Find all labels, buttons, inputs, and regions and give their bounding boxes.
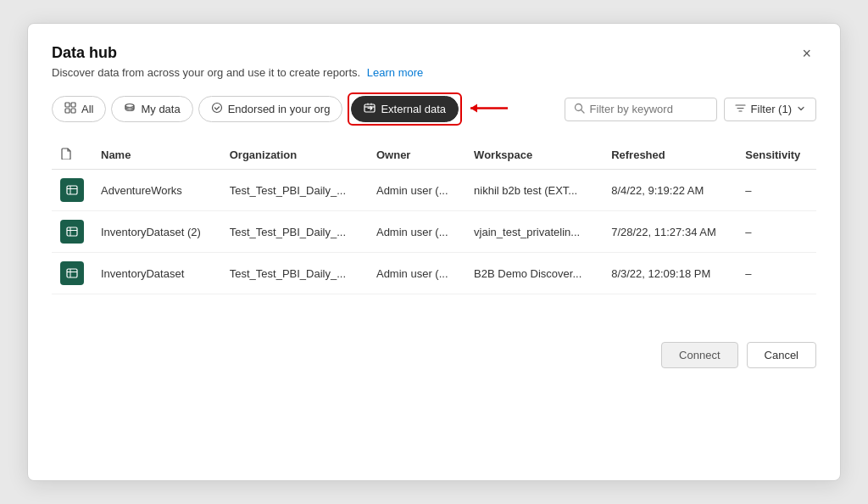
svg-rect-14 [67, 186, 77, 194]
toolbar: All My data [52, 92, 816, 126]
my-data-icon [124, 102, 136, 116]
row-organization: Test_Test_PBI_Daily_... [221, 211, 368, 253]
tab-my-data[interactable]: My data [111, 96, 192, 122]
row-icon-cell [52, 170, 92, 211]
search-box [565, 98, 717, 121]
row-organization: Test_Test_PBI_Daily_... [221, 170, 368, 211]
row-sensitivity: – [737, 170, 816, 211]
col-header-workspace: Workspace [465, 141, 603, 170]
dialog-title: Data hub [52, 44, 117, 62]
connect-button[interactable]: Connect [661, 342, 737, 368]
row-organization: Test_Test_PBI_Daily_... [221, 253, 368, 294]
svg-rect-17 [67, 227, 77, 236]
red-highlight-box: External data [348, 92, 462, 126]
close-button[interactable]: × [797, 44, 816, 63]
dataset-icon [60, 178, 84, 202]
svg-marker-8 [470, 104, 477, 112]
row-name: InventoryDataset (2) [92, 211, 221, 253]
row-name: InventoryDataset [92, 253, 221, 294]
row-workspace: nikhil b2b test (EXT... [465, 170, 603, 211]
tab-group: All My data [52, 92, 462, 126]
col-header-refreshed: Refreshed [603, 141, 737, 170]
col-header-name: Name [92, 141, 221, 170]
row-workspace: B2B Demo Discover... [465, 253, 603, 294]
search-input[interactable] [590, 103, 708, 115]
external-data-wrapper: External data [348, 92, 462, 126]
search-icon [574, 103, 585, 116]
data-hub-dialog: Data hub × Discover data from across you… [27, 23, 841, 481]
svg-point-4 [125, 104, 134, 108]
row-refreshed: 8/4/22, 9:19:22 AM [603, 170, 737, 211]
table-row[interactable]: AdventureWorks Test_Test_PBI_Daily_... A… [52, 170, 816, 211]
dataset-icon [60, 220, 84, 244]
table-row[interactable]: InventoryDataset Test_Test_PBI_Daily_...… [52, 253, 816, 294]
dialog-footer: Connect Cancel [52, 328, 816, 368]
row-icon-cell [52, 211, 92, 253]
row-workspace: vjain_test_privatelin... [465, 211, 603, 253]
row-name: AdventureWorks [92, 170, 221, 211]
red-arrow [467, 98, 509, 120]
learn-more-link[interactable]: Learn more [367, 66, 423, 79]
filter-label: Filter (1) [751, 103, 792, 115]
svg-rect-3 [71, 109, 75, 113]
filter-chevron-icon [797, 103, 805, 115]
data-table: Name Organization Owner Workspace Refres… [52, 141, 816, 294]
col-header-owner: Owner [368, 141, 465, 170]
col-header-organization: Organization [221, 141, 368, 170]
external-data-icon [364, 102, 376, 116]
table-body: AdventureWorks Test_Test_PBI_Daily_... A… [52, 170, 816, 294]
svg-rect-20 [67, 269, 77, 277]
tab-endorsed[interactable]: Endorsed in your org [198, 96, 343, 122]
svg-rect-2 [65, 109, 70, 113]
row-sensitivity: – [737, 211, 816, 253]
svg-rect-1 [71, 103, 75, 107]
table-row[interactable]: InventoryDataset (2) Test_Test_PBI_Daily… [52, 211, 816, 253]
tab-all[interactable]: All [52, 96, 106, 122]
search-filter-group: Filter (1) [565, 98, 816, 121]
filter-icon [735, 103, 746, 116]
row-owner: Admin user (... [368, 253, 465, 294]
dialog-header: Data hub × [52, 44, 816, 63]
row-owner: Admin user (... [368, 170, 465, 211]
dialog-subtitle: Discover data from across your org and u… [52, 66, 816, 79]
table-header: Name Organization Owner Workspace Refres… [52, 141, 816, 170]
endorsed-icon [211, 102, 223, 116]
dataset-icon [60, 261, 84, 285]
row-owner: Admin user (... [368, 211, 465, 253]
svg-point-5 [212, 104, 221, 113]
svg-line-10 [581, 109, 584, 113]
row-refreshed: 7/28/22, 11:27:34 AM [603, 211, 737, 253]
col-header-icon [52, 141, 92, 170]
svg-rect-0 [65, 103, 70, 107]
tab-external-data[interactable]: External data [351, 96, 459, 122]
file-icon [60, 149, 72, 162]
row-icon-cell [52, 253, 92, 294]
row-refreshed: 8/3/22, 12:09:18 PM [603, 253, 737, 294]
cancel-button[interactable]: Cancel [747, 342, 816, 368]
all-icon [64, 102, 76, 116]
filter-button[interactable]: Filter (1) [724, 98, 816, 121]
col-header-sensitivity: Sensitivity [737, 141, 816, 170]
row-sensitivity: – [737, 253, 816, 294]
